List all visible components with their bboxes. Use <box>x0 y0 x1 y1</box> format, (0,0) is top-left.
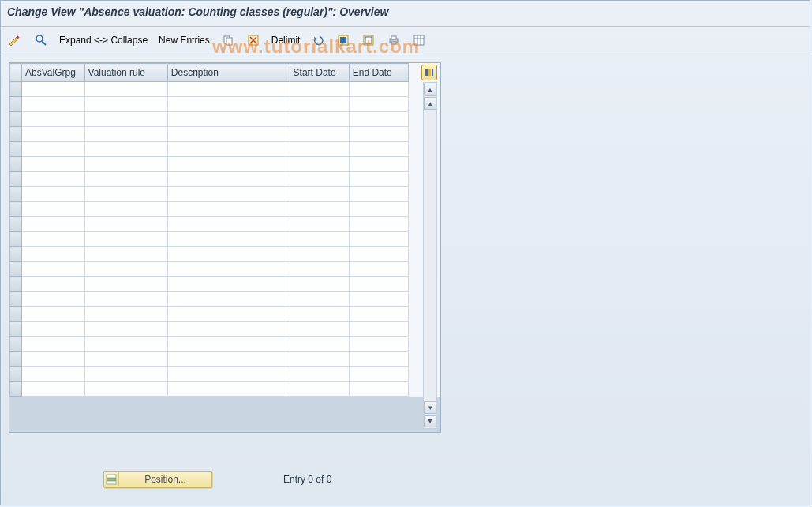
table-cell[interactable] <box>22 352 85 367</box>
table-cell[interactable] <box>84 337 167 352</box>
table-cell[interactable] <box>349 187 408 202</box>
table-cell[interactable] <box>84 217 167 232</box>
table-cell[interactable] <box>84 307 167 322</box>
scroll-down-button[interactable]: ▼ <box>424 415 436 427</box>
table-cell[interactable] <box>167 82 290 97</box>
table-cell[interactable] <box>84 322 167 337</box>
table-cell[interactable] <box>290 382 349 397</box>
row-selector[interactable] <box>10 127 22 142</box>
table-cell[interactable] <box>290 337 349 352</box>
table-cell[interactable] <box>349 172 408 187</box>
new-entries-button[interactable]: New Entries <box>155 32 213 48</box>
table-cell[interactable] <box>167 322 290 337</box>
table-cell[interactable] <box>167 277 290 292</box>
table-cell[interactable] <box>290 292 349 307</box>
table-cell[interactable] <box>22 232 85 247</box>
table-cell[interactable] <box>349 232 408 247</box>
table-cell[interactable] <box>167 217 290 232</box>
col-header-valuation-rule[interactable]: Valuation rule <box>84 64 167 82</box>
table-cell[interactable] <box>290 277 349 292</box>
scroll-up-button[interactable]: ▲ <box>424 84 436 96</box>
table-cell[interactable] <box>349 202 408 217</box>
table-cell[interactable] <box>167 142 290 157</box>
position-button[interactable]: Position... <box>103 471 212 488</box>
row-selector[interactable] <box>10 202 22 217</box>
table-cell[interactable] <box>84 232 167 247</box>
col-header-start-date[interactable]: Start Date <box>290 64 349 82</box>
table-cell[interactable] <box>22 97 85 112</box>
expand-collapse-button[interactable]: Expand <-> Collapse <box>56 32 151 48</box>
table-cell[interactable] <box>84 142 167 157</box>
table-cell[interactable] <box>167 112 290 127</box>
table-cell[interactable] <box>349 127 408 142</box>
table-cell[interactable] <box>290 232 349 247</box>
select-all-button[interactable] <box>333 32 354 49</box>
table-cell[interactable] <box>349 82 408 97</box>
row-selector[interactable] <box>10 232 22 247</box>
delimit-button[interactable]: Delimit <box>268 32 304 48</box>
scroll-page-down-button[interactable]: ▾ <box>424 401 436 414</box>
table-cell[interactable] <box>290 82 349 97</box>
row-selector[interactable] <box>10 247 22 262</box>
table-cell[interactable] <box>22 247 85 262</box>
table-cell[interactable] <box>349 352 408 367</box>
table-cell[interactable] <box>84 112 167 127</box>
table-cell[interactable] <box>290 262 349 277</box>
table-cell[interactable] <box>22 322 85 337</box>
row-selector[interactable] <box>10 337 22 352</box>
table-cell[interactable] <box>349 292 408 307</box>
table-cell[interactable] <box>349 337 408 352</box>
table-cell[interactable] <box>290 172 349 187</box>
row-selector[interactable] <box>10 172 22 187</box>
table-cell[interactable] <box>84 382 167 397</box>
row-selector[interactable] <box>10 277 22 292</box>
table-cell[interactable] <box>84 82 167 97</box>
table-cell[interactable] <box>349 277 408 292</box>
table-cell[interactable] <box>84 292 167 307</box>
table-cell[interactable] <box>167 172 290 187</box>
table-cell[interactable] <box>167 352 290 367</box>
table-cell[interactable] <box>167 262 290 277</box>
row-selector[interactable] <box>10 382 22 397</box>
table-cell[interactable] <box>167 367 290 382</box>
row-selector[interactable] <box>10 292 22 307</box>
table-cell[interactable] <box>22 142 85 157</box>
copy-button[interactable] <box>218 32 238 49</box>
table-cell[interactable] <box>22 112 85 127</box>
table-cell[interactable] <box>349 307 408 322</box>
table-settings-button[interactable] <box>409 32 429 49</box>
table-cell[interactable] <box>84 127 167 142</box>
table-cell[interactable] <box>84 262 167 277</box>
table-cell[interactable] <box>290 142 349 157</box>
row-selector[interactable] <box>10 187 22 202</box>
table-cell[interactable] <box>290 322 349 337</box>
table-cell[interactable] <box>290 307 349 322</box>
col-header-description[interactable]: Description <box>167 64 290 82</box>
table-cell[interactable] <box>290 247 349 262</box>
table-cell[interactable] <box>290 217 349 232</box>
table-cell[interactable] <box>84 172 167 187</box>
table-cell[interactable] <box>22 337 85 352</box>
table-cell[interactable] <box>167 382 290 397</box>
table-cell[interactable] <box>84 247 167 262</box>
table-cell[interactable] <box>167 202 290 217</box>
table-cell[interactable] <box>22 262 85 277</box>
table-cell[interactable] <box>167 187 290 202</box>
row-selector[interactable] <box>10 307 22 322</box>
table-cell[interactable] <box>22 157 85 172</box>
table-cell[interactable] <box>167 232 290 247</box>
table-cell[interactable] <box>349 97 408 112</box>
table-cell[interactable] <box>22 292 85 307</box>
row-selector[interactable] <box>10 112 22 127</box>
table-cell[interactable] <box>22 172 85 187</box>
table-cell[interactable] <box>167 337 290 352</box>
table-cell[interactable] <box>22 82 85 97</box>
table-cell[interactable] <box>84 187 167 202</box>
table-cell[interactable] <box>167 127 290 142</box>
table-cell[interactable] <box>349 262 408 277</box>
table-cell[interactable] <box>167 157 290 172</box>
table-cell[interactable] <box>349 217 408 232</box>
table-cell[interactable] <box>167 292 290 307</box>
table-cell[interactable] <box>349 382 408 397</box>
row-selector[interactable] <box>10 322 22 337</box>
